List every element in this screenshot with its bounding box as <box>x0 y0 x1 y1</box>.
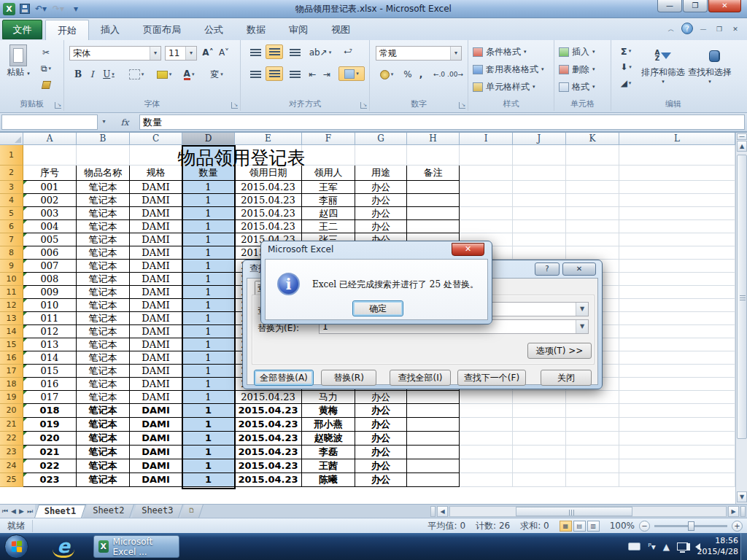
cell[interactable]: DAMI <box>130 473 182 487</box>
sheet-tab-sheet2[interactable]: Sheet2 <box>83 505 134 518</box>
vertical-scroll-thumb[interactable] <box>737 155 747 439</box>
cell[interactable] <box>460 446 513 459</box>
cell[interactable]: 备注 <box>407 166 460 181</box>
cell[interactable]: DAMI <box>130 446 182 459</box>
cell[interactable]: DAMI <box>130 286 182 299</box>
cell[interactable] <box>619 365 735 378</box>
cell[interactable]: 笔记本 <box>77 459 130 473</box>
cell[interactable] <box>513 194 566 207</box>
cell[interactable] <box>513 220 566 233</box>
cell[interactable]: 黄梅 <box>302 404 355 418</box>
cell[interactable] <box>513 418 566 432</box>
cell[interactable]: 021 <box>23 446 77 459</box>
cell[interactable] <box>513 246 566 260</box>
cell[interactable] <box>513 473 566 487</box>
row-header-20[interactable]: 20 <box>0 404 23 418</box>
cell[interactable] <box>619 446 735 459</box>
cell[interactable]: 领用人 <box>302 166 355 181</box>
dialog-help-icon[interactable]: ? <box>535 262 560 276</box>
cell[interactable]: 陈曦 <box>302 473 355 487</box>
cell[interactable] <box>566 145 619 166</box>
language-bar-icon[interactable]: ᴾ▾ <box>648 542 656 552</box>
row-header-18[interactable]: 18 <box>0 378 23 391</box>
underline-icon[interactable]: U▾ <box>99 68 118 81</box>
decrease-indent-icon[interactable]: ⇤ <box>305 68 320 81</box>
cell[interactable]: 办公 <box>355 432 407 446</box>
cell[interactable] <box>460 181 513 194</box>
cell[interactable]: 1 <box>182 312 235 325</box>
increase-indent-icon[interactable]: ⇥ <box>320 68 334 81</box>
cell[interactable]: 办公 <box>355 446 407 459</box>
cell[interactable]: 1 <box>182 207 235 220</box>
cell[interactable] <box>566 233 619 246</box>
cell[interactable] <box>566 391 619 404</box>
row-header-10[interactable]: 10 <box>0 273 23 286</box>
cell[interactable] <box>619 166 735 181</box>
zoom-in-icon[interactable]: + <box>732 521 743 532</box>
row-header-24[interactable]: 24 <box>0 459 23 473</box>
cell[interactable] <box>619 145 735 166</box>
cell[interactable]: 1 <box>182 181 235 194</box>
align-top-icon[interactable] <box>247 46 264 59</box>
cell-styles-button[interactable]: 单元格样式▾ <box>473 79 535 94</box>
cell[interactable]: 016 <box>23 378 77 391</box>
paste-button[interactable]: 粘贴 ▾ <box>4 44 32 79</box>
cell[interactable] <box>619 286 735 299</box>
cell[interactable]: 1 <box>182 351 235 365</box>
cell[interactable] <box>460 194 513 207</box>
row-header-7[interactable]: 7 <box>0 233 23 246</box>
ribbon-tab[interactable]: 插入 <box>89 20 131 40</box>
alignment-dialog-launcher-icon[interactable]: ↘ <box>360 102 367 109</box>
accounting-format-icon[interactable]: ▾ <box>376 68 398 81</box>
cell[interactable]: 2015.04.23 <box>235 391 302 404</box>
autosum-icon[interactable]: Σ▾ <box>616 44 636 58</box>
comma-style-icon[interactable]: , <box>415 68 427 81</box>
next-sheet-icon[interactable]: ▶ <box>19 508 24 515</box>
cell[interactable]: 笔记本 <box>77 404 130 418</box>
formula-input[interactable]: 数量 <box>139 114 745 130</box>
cell[interactable] <box>513 459 566 473</box>
column-header-D[interactable]: D <box>182 133 235 145</box>
cell[interactable] <box>77 145 130 166</box>
cell[interactable]: 1 <box>182 473 235 487</box>
zoom-level[interactable]: 100% <box>610 521 635 531</box>
cell[interactable]: 笔记本 <box>77 378 130 391</box>
row-header-19[interactable]: 19 <box>0 391 23 404</box>
cell[interactable] <box>619 432 735 446</box>
cell[interactable]: 1 <box>182 404 235 418</box>
cell[interactable]: 序号 <box>23 166 77 181</box>
grow-font-icon[interactable]: A˄ <box>200 46 216 59</box>
cell[interactable] <box>619 312 735 325</box>
cell[interactable]: 王二 <box>302 220 355 233</box>
cell[interactable] <box>407 391 460 404</box>
cell[interactable]: 物品名称 <box>77 166 130 181</box>
cell[interactable]: 笔记本 <box>77 260 130 273</box>
find-dropdown-icon[interactable]: ▼ <box>576 303 588 316</box>
cell[interactable] <box>407 418 460 432</box>
cell[interactable] <box>407 220 460 233</box>
cell[interactable]: 2015.04.23 <box>235 418 302 432</box>
column-header-F[interactable]: F <box>302 133 355 145</box>
close-button[interactable]: ✕ <box>708 0 741 12</box>
cell[interactable]: DAMI <box>130 365 182 378</box>
cell[interactable]: 2015.04.23 <box>235 181 302 194</box>
row-header-11[interactable]: 11 <box>0 286 23 299</box>
cell[interactable] <box>513 207 566 220</box>
cell[interactable]: 李磊 <box>302 446 355 459</box>
cell[interactable]: 笔记本 <box>77 273 130 286</box>
cell[interactable]: DAMI <box>130 459 182 473</box>
insert-cells-button[interactable]: 插入▾ <box>559 44 595 59</box>
cell[interactable]: 2015.04.23 <box>235 220 302 233</box>
cell[interactable]: 009 <box>23 286 77 299</box>
replace-button[interactable]: 替换(R) <box>321 370 376 386</box>
row-header-25[interactable]: 25 <box>0 473 23 487</box>
merge-center-icon[interactable]: ▾ <box>338 66 365 81</box>
cell[interactable]: 1 <box>182 273 235 286</box>
name-box-dropdown-icon[interactable]: ▾ <box>98 114 110 130</box>
cell[interactable] <box>619 299 735 312</box>
cell[interactable]: DAMI <box>130 391 182 404</box>
vertical-scrollbar[interactable]: — ▲ ▼ <box>735 133 747 504</box>
row-header-23[interactable]: 23 <box>0 446 23 459</box>
cell[interactable]: 1 <box>182 246 235 260</box>
cell[interactable] <box>566 404 619 418</box>
